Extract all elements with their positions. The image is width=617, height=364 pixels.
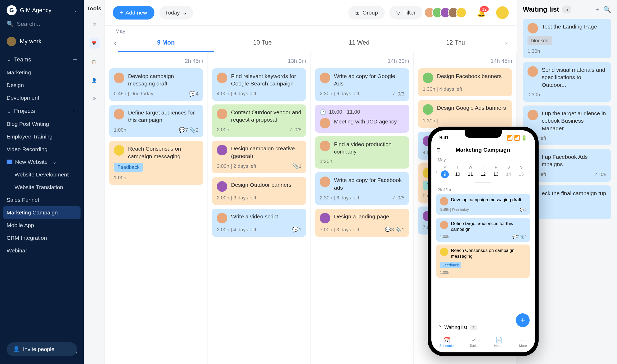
avatar: [320, 213, 330, 223]
sidebar-project-item[interactable]: Webinar: [0, 244, 84, 257]
task-title: Design Outdoor banners: [231, 181, 291, 189]
waiting-list-title: Waiting list: [523, 5, 559, 13]
add-project-icon[interactable]: +: [73, 107, 77, 115]
chevron-down-icon[interactable]: ⌄: [74, 8, 77, 13]
my-work-link[interactable]: My work: [0, 34, 84, 53]
phone-day[interactable]: S15: [517, 165, 525, 178]
member-avatars[interactable]: [427, 7, 467, 18]
sidebar-project-item[interactable]: Video Recording: [0, 143, 84, 156]
task-card[interactable]: Reach Consensus on campaign messagingFee…: [109, 141, 203, 185]
phone-next-week-icon[interactable]: ›: [528, 169, 532, 174]
waiting-card[interactable]: Send visual materials and specifications…: [523, 62, 611, 102]
current-user-avatar[interactable]: [496, 6, 509, 19]
task-card[interactable]: Write ad copy for Facebook ads2:30h | 6 …: [315, 172, 409, 205]
notifications-button[interactable]: 🔔 12: [477, 8, 486, 17]
task-card[interactable]: Define target audiences for this campaig…: [109, 105, 203, 137]
task-meta: 1:30h: [527, 48, 540, 54]
calendar-day-tab[interactable]: 11 Wed: [311, 34, 407, 52]
checkbox-tool-icon[interactable]: ☑: [89, 20, 100, 30]
task-card[interactable]: Develop campaign messaging draft0:45h | …: [109, 68, 203, 101]
task-indicators: ✓ 0/5: [392, 195, 404, 201]
calendar-day-tab[interactable]: 9 Mon: [118, 34, 214, 52]
task-card[interactable]: Write a video script2:00h | 4 days left💬…: [212, 209, 306, 237]
sidebar-project-item[interactable]: Employee Training: [0, 130, 84, 143]
phone-task-card[interactable]: Reach Consensus on campaign messagingFee…: [436, 245, 530, 278]
phone-day[interactable]: W11: [467, 165, 474, 178]
task-card[interactable]: Contact Ourdoor vendor and request a pro…: [212, 104, 306, 137]
phone-task-card[interactable]: Develop campaign messaging draft0:45h | …: [436, 194, 530, 215]
sidebar-project-item[interactable]: Sales Funnel: [0, 194, 84, 206]
task-card[interactable]: Design campaign creative (general)3:00h …: [212, 141, 306, 173]
notes-tool-icon[interactable]: 📋: [89, 56, 100, 67]
waiting-card[interactable]: Test the Landing Pageblocked1:30h: [523, 19, 611, 58]
sidebar-project-item[interactable]: Mobile App: [0, 219, 84, 232]
add-waiting-icon[interactable]: +: [595, 6, 599, 13]
sidebar-project-item[interactable]: CRM Integration: [0, 232, 84, 244]
sidebar-team-item[interactable]: Marketing: [0, 66, 84, 79]
phone-day-total: 2h 45m: [431, 185, 535, 194]
collapse-sidebar-icon[interactable]: ›: [75, 349, 77, 356]
group-button[interactable]: ⊞Group: [348, 6, 385, 20]
phone-add-button[interactable]: +: [516, 313, 530, 327]
sidebar-project-item[interactable]: New Website⌄: [0, 156, 84, 168]
sidebar-project-subitem[interactable]: Website Translation: [0, 181, 84, 194]
avatar: [320, 176, 330, 187]
teams-section-header[interactable]: ⌄ Teams +: [0, 53, 84, 66]
notification-badge: 12: [480, 6, 489, 12]
sidebar-team-item[interactable]: Design: [0, 79, 84, 92]
task-card[interactable]: Find a video production company1:30h: [315, 136, 409, 169]
phone-day[interactable]: F13: [492, 165, 500, 178]
settings-tool-icon[interactable]: ⚙: [89, 93, 100, 104]
task-card[interactable]: Design Outdoor banners2:00h | 3 days lef…: [212, 177, 306, 205]
avatar: [423, 73, 433, 83]
invite-people-button[interactable]: 👤 Invite people: [7, 342, 77, 356]
sidebar-project-item[interactable]: Marketing Campaign: [3, 206, 81, 219]
phone-tab-more[interactable]: ⋯More: [519, 337, 527, 348]
sidebar-project-item[interactable]: Blog Post Writing: [0, 118, 84, 130]
avatar: [456, 7, 467, 18]
filter-button[interactable]: ▽Filter: [389, 6, 422, 20]
task-meta: 3:00h | 2 days left: [217, 163, 256, 169]
sidebar-team-item[interactable]: Development: [0, 92, 84, 104]
task-card[interactable]: Design Google Ads banners1:30h |: [418, 100, 512, 128]
task-title: Define target audiences for this campaig…: [451, 221, 526, 232]
add-team-icon[interactable]: +: [73, 55, 77, 64]
phone-day[interactable]: M9: [441, 165, 449, 178]
avatar: [527, 66, 538, 77]
phone-tab-tasks[interactable]: ✓Tasks: [470, 337, 478, 348]
people-tool-icon[interactable]: 👤: [89, 75, 100, 85]
task-indicators: 💬1: [292, 227, 302, 233]
phone-day[interactable]: T12: [479, 165, 487, 178]
prev-week-icon[interactable]: ‹: [113, 39, 118, 47]
task-card[interactable]: Find relevant keywords for Google Search…: [212, 68, 306, 101]
search-waiting-icon[interactable]: 🔍: [603, 6, 611, 13]
more-icon[interactable]: ⋯: [525, 147, 530, 152]
phone-prev-week-icon[interactable]: ‹: [434, 169, 439, 174]
avatar: [320, 141, 330, 151]
add-new-button[interactable]: +Add new: [113, 6, 154, 20]
task-card[interactable]: Design Facebook banners1:30h | 4 days le…: [418, 68, 512, 96]
task-tag: Feedback: [114, 163, 143, 172]
phone-tab-schedule[interactable]: 📅Schedule: [439, 337, 454, 348]
calendar-tool-icon[interactable]: 📅: [89, 38, 100, 49]
task-title: Design Google Ads banners: [437, 104, 506, 112]
task-indicators: ✓ 0/3: [392, 91, 404, 97]
task-card[interactable]: 🕐10:00 - 11:00 Meeting with JCD agency: [315, 105, 409, 133]
phone-day[interactable]: S14: [505, 165, 512, 178]
projects-section-header[interactable]: ⌄ Projects +: [0, 104, 84, 118]
workspace-name[interactable]: GIM Agency: [20, 7, 70, 14]
search-input[interactable]: 🔍 Search...: [7, 21, 77, 27]
calendar-day-tab[interactable]: 10 Tue: [214, 34, 311, 52]
next-week-icon[interactable]: ›: [504, 39, 509, 47]
sidebar-project-subitem[interactable]: Website Development: [0, 168, 84, 181]
phone-day[interactable]: T10: [454, 165, 462, 178]
calendar-day-tab[interactable]: 12 Thu: [407, 34, 504, 52]
menu-icon[interactable]: ☰: [437, 147, 440, 152]
task-card[interactable]: Write ad copy for Google Ads2:30h | 6 da…: [315, 68, 409, 101]
today-button[interactable]: Today⌄: [159, 6, 193, 20]
phone-task-card[interactable]: Define target audiences for this campaig…: [436, 218, 530, 242]
task-indicators: ✓ 0/8: [289, 127, 302, 133]
task-card[interactable]: Design a landing page7:00h | 3 days left…: [315, 209, 409, 237]
task-indicators: 💬4: [189, 91, 199, 97]
phone-tab-notes[interactable]: 📄Notes: [494, 337, 503, 348]
